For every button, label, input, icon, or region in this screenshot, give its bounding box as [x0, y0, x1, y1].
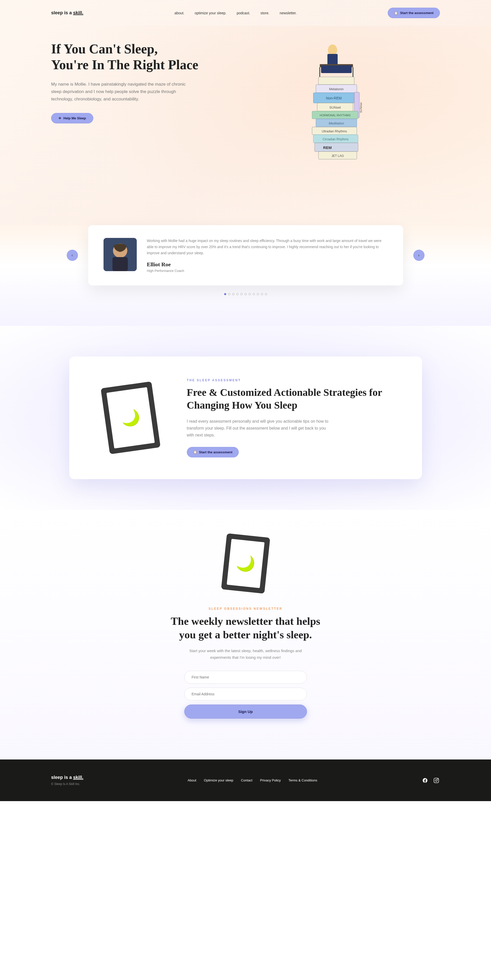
main-nav: about. optimize your sleep. podcast. sto…: [174, 11, 297, 15]
facebook-link[interactable]: [421, 777, 429, 784]
book-stack-illustration: Melatonin Non-REM SUNrise SUNset HORMONA…: [294, 41, 371, 200]
hero-content: If You Can't Sleep, You're In The Right …: [51, 41, 225, 200]
logo-prefix: sleep is a: [51, 10, 73, 15]
site-header: sleep is a skill. about. optimize your s…: [0, 0, 491, 26]
newsletter-illustration: [217, 530, 274, 597]
hero-title-line2: You're In The Right Place: [51, 57, 198, 72]
footer-brand: sleep is a skill. © Sleep Is A Skill Inc…: [51, 775, 83, 786]
nav-store[interactable]: store.: [260, 11, 269, 15]
logo[interactable]: sleep is a skill.: [51, 10, 83, 16]
testimonial-card: Working with Mollie had a huge impact on…: [88, 225, 403, 285]
logo-highlight: skill.: [73, 10, 83, 15]
help-me-sleep-button[interactable]: ✈ Help Me Sleep: [51, 113, 93, 123]
assessment-title: Free & Customized Actionable Strategies …: [187, 386, 397, 412]
dot-0[interactable]: [224, 293, 226, 295]
signup-button[interactable]: Sign Up: [184, 705, 307, 719]
instagram-link[interactable]: [433, 777, 440, 784]
dot-3[interactable]: [236, 293, 239, 295]
dot-7[interactable]: [253, 293, 255, 295]
svg-text:SUNset: SUNset: [329, 105, 341, 109]
chevron-left-icon: ‹: [72, 253, 73, 258]
dot-10[interactable]: [265, 293, 267, 295]
testimonial-role: High Performance Coach: [147, 269, 388, 273]
svg-rect-29: [112, 257, 128, 271]
clipboard-icon: 📋: [193, 450, 197, 454]
assessment-description: I read every assessment personally and w…: [187, 418, 330, 439]
svg-rect-3: [321, 65, 352, 73]
svg-text:Circadian Rhythms: Circadian Rhythms: [322, 137, 348, 141]
svg-text:Non-REM: Non-REM: [326, 96, 341, 100]
dot-6[interactable]: [249, 293, 251, 295]
testimonial-prev-button[interactable]: ‹: [67, 250, 78, 261]
footer-optimize[interactable]: Optimize your sleep: [204, 778, 233, 782]
footer-contact[interactable]: Contact: [241, 778, 252, 782]
newsletter-description: Start your week with the latest sleep, h…: [182, 648, 309, 660]
svg-rect-1: [327, 54, 338, 65]
svg-point-31: [435, 780, 437, 781]
footer-about[interactable]: About: [188, 778, 196, 782]
dot-8[interactable]: [257, 293, 259, 295]
svg-text:Melatonin: Melatonin: [329, 87, 343, 91]
svg-text:SUNrise: SUNrise: [359, 102, 362, 113]
nav-optimize[interactable]: optimize your sleep.: [194, 11, 226, 15]
start-assessment-button[interactable]: 📋 Start the assessment: [388, 8, 440, 18]
footer-nav: About Optimize your sleep Contact Privac…: [188, 778, 317, 782]
hero-title-line1: If You Can't Sleep,: [51, 41, 158, 56]
footer-logo-prefix: sleep is a: [51, 775, 73, 780]
facebook-icon: [422, 778, 428, 783]
footer-social: [421, 777, 440, 784]
send-icon: ✈: [59, 116, 61, 120]
clipboard-icon: 📋: [394, 11, 398, 15]
testimonial-content: Working with Mollie had a huge impact on…: [147, 238, 388, 273]
newsletter-form: Sign Up: [184, 671, 307, 719]
clipboard-illustration-2: [221, 533, 270, 594]
dot-2[interactable]: [232, 293, 234, 295]
dot-1[interactable]: [228, 293, 230, 295]
dot-5[interactable]: [245, 293, 247, 295]
nav-about[interactable]: about.: [174, 11, 184, 15]
nav-newsletter[interactable]: newsletter.: [280, 11, 297, 15]
email-input[interactable]: [184, 688, 307, 700]
svg-text:JET LAG: JET LAG: [331, 154, 344, 158]
testimonial-quote: Working with Mollie had a huge impact on…: [147, 238, 388, 256]
chevron-right-icon: ›: [418, 253, 419, 258]
assessment-illustration: [95, 377, 166, 459]
footer-logo[interactable]: sleep is a skill.: [51, 775, 83, 780]
hero-title: If You Can't Sleep, You're In The Right …: [51, 41, 225, 73]
assessment-cta-label: Start the assessment: [199, 450, 233, 454]
assessment-content: THE SLEEP ASSESSMENT Free & Customized A…: [187, 379, 397, 457]
testimonial-avatar: [104, 238, 137, 271]
start-assessment-label: Start the assessment: [400, 11, 434, 15]
svg-text:Ultradian Rhythms: Ultradian Rhythms: [322, 130, 347, 133]
nav-podcast[interactable]: podcast.: [237, 11, 250, 15]
svg-text:REM: REM: [323, 145, 332, 150]
svg-point-32: [438, 779, 438, 779]
newsletter-eyebrow: SLEEP OBSESSIONS NEWSLETTER: [51, 607, 440, 611]
clipboard-illustration: [100, 382, 160, 454]
testimonial-next-button[interactable]: ›: [413, 250, 424, 261]
footer-terms[interactable]: Terms & Conditions: [288, 778, 317, 782]
newsletter-title: The weekly newsletter that helps you get…: [169, 614, 322, 641]
assessment-eyebrow: THE SLEEP ASSESSMENT: [187, 379, 397, 382]
svg-text:Meditation: Meditation: [329, 121, 344, 125]
hero-illustration: Melatonin Non-REM SUNrise SUNset HORMONA…: [225, 41, 440, 200]
dot-9[interactable]: [261, 293, 263, 295]
footer-privacy[interactable]: Privacy Policy: [260, 778, 281, 782]
help-me-sleep-label: Help Me Sleep: [64, 116, 86, 120]
assessment-cta-button[interactable]: 📋 Start the assessment: [187, 447, 239, 457]
svg-text:HORMONAL RHYTHMS: HORMONAL RHYTHMS: [319, 114, 351, 117]
instagram-icon: [434, 778, 439, 783]
testimonial-section: ‹ Working with Mollie had a huge impact …: [0, 225, 491, 326]
dot-4[interactable]: [241, 293, 242, 295]
testimonial-dots: [51, 293, 440, 295]
hero-description: My name is Mollie. I have painstakingly …: [51, 81, 194, 103]
assessment-card: THE SLEEP ASSESSMENT Free & Customized A…: [69, 356, 422, 479]
footer-logo-highlight: skill.: [73, 775, 83, 780]
newsletter-section: SLEEP OBSESSIONS NEWSLETTER The weekly n…: [0, 510, 491, 759]
site-footer: sleep is a skill. © Sleep Is A Skill Inc…: [0, 759, 491, 801]
first-name-input[interactable]: [184, 671, 307, 684]
svg-rect-6: [319, 77, 354, 84]
copyright: © Sleep Is A Skill Inc.: [51, 782, 83, 786]
hero-section: If You Can't Sleep, You're In The Right …: [0, 26, 491, 246]
testimonial-name: Elliot Roe: [147, 261, 388, 268]
